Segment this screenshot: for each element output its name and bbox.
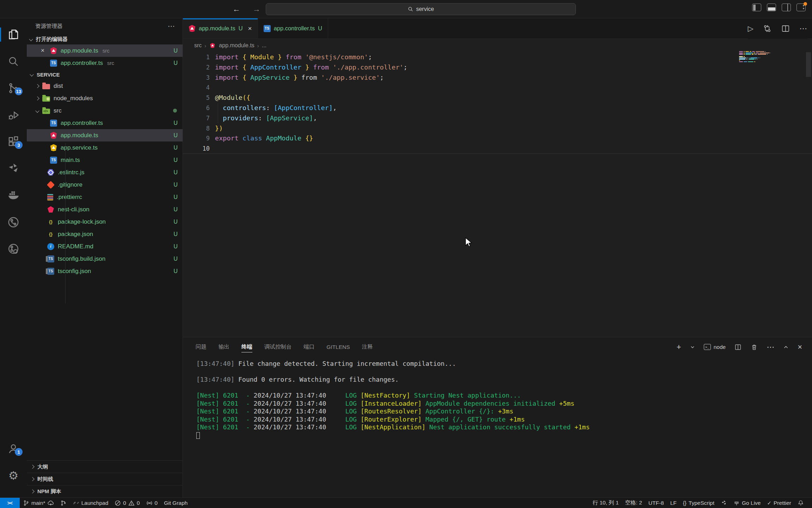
activity-gitlens-icon[interactable] (0, 241, 27, 257)
panel-tab-调试控制台[interactable]: 调试控制台 (264, 337, 292, 357)
status-git-graph[interactable]: Git Graph (161, 498, 191, 508)
forward-icon[interactable]: → (251, 4, 262, 15)
tree-item-app.controller.ts[interactable]: TSapp.controller.tsU (27, 117, 183, 129)
status-eol[interactable]: LF (667, 498, 680, 508)
activity-nestjs-icon[interactable] (0, 161, 27, 176)
customize-layout-icon[interactable] (796, 4, 806, 11)
command-center-search[interactable]: service (266, 3, 576, 15)
code-line-6[interactable]: 6 controllers: [AppController], (183, 103, 812, 113)
toggle-panel-icon[interactable] (767, 4, 776, 11)
tab-app.controller.ts[interactable]: TSapp.controller.tsU (258, 18, 328, 38)
tree-item-README.md[interactable]: iREADME.mdU (27, 240, 183, 253)
tree-item-.eslintrc.js[interactable]: .eslintrc.jsU (27, 166, 183, 179)
tree-item-main.ts[interactable]: TSmain.tsU (27, 154, 183, 166)
activity-git-graph-icon[interactable] (0, 214, 27, 230)
tree-item-package.json[interactable]: {}package.jsonU (27, 228, 183, 240)
panel-tab-输出[interactable]: 输出 (219, 337, 229, 357)
activity-accounts-icon[interactable]: 1 (0, 441, 27, 456)
breadcrumb[interactable]: src›app.module.ts›... (183, 39, 812, 52)
activity-source-control-icon[interactable]: 13 (0, 80, 27, 96)
split-terminal-icon[interactable] (734, 343, 742, 351)
status-branch[interactable]: main* (20, 498, 57, 508)
status-cursor-position[interactable]: 行 10, 列 1 (589, 498, 622, 508)
split-editor-icon[interactable] (781, 24, 790, 33)
new-terminal-icon[interactable]: + (677, 343, 681, 351)
maximize-panel-icon[interactable] (783, 344, 789, 350)
code-line-5[interactable]: 5@Module({ (183, 93, 812, 103)
code-line-3[interactable]: 3import { AppService } from './app.servi… (183, 73, 812, 83)
code-line-4[interactable]: 4 (183, 83, 812, 93)
tree-item-tsconfig.build.json[interactable]: TStsconfig.build.jsonU (27, 253, 183, 265)
tab-app.module.ts[interactable]: app.module.tsU× (183, 18, 258, 38)
tree-item-.prettierrc[interactable]: .prettierrcU (27, 191, 183, 203)
code-line-9[interactable]: 9export class AppModule {} (183, 133, 812, 144)
breadcrumb-item[interactable]: ... (262, 42, 266, 49)
close-panel-icon[interactable]: × (798, 343, 802, 351)
sidebar-section-时间线[interactable]: 时间线 (27, 473, 183, 485)
open-editor-app.controller.ts[interactable]: TSapp.controller.tssrcU (27, 57, 183, 69)
sidebar-section-NPM 脚本[interactable]: NPM 脚本 (27, 485, 183, 497)
status-commit-graph[interactable] (57, 498, 70, 508)
activity-docker-icon[interactable] (0, 188, 27, 203)
activity-search-icon[interactable] (0, 54, 27, 69)
activity-settings-icon[interactable]: ⚙ (0, 468, 27, 483)
status-launchpad[interactable]: Launchpad (70, 498, 112, 508)
compare-changes-icon[interactable] (763, 24, 772, 33)
code-line-10[interactable]: 10 (183, 144, 812, 154)
close-editor-icon[interactable]: × (39, 47, 47, 54)
editor-more-icon[interactable]: ⋯ (799, 25, 807, 32)
activity-extensions-icon[interactable]: 3 (0, 134, 27, 150)
panel-tab-注释[interactable]: 注释 (362, 337, 373, 357)
status-language[interactable]: {}TypeScript (680, 498, 718, 508)
close-tab-icon[interactable]: × (248, 25, 252, 32)
status-problems[interactable]: 00 (111, 498, 143, 508)
run-file-icon[interactable]: ▷ (748, 24, 753, 33)
open-editor-app.module.ts[interactable]: ×app.module.tssrcU (27, 44, 183, 57)
json-file-icon: {} (47, 218, 54, 225)
activity-explorer-icon[interactable] (0, 27, 27, 42)
editor-scrollbar[interactable] (806, 52, 811, 77)
sidebar-section-大纲[interactable]: 大纲 (27, 460, 183, 473)
status-encoding[interactable]: UTF-8 (645, 498, 667, 508)
tree-item-.gitignore[interactable]: .gitignoreU (27, 179, 183, 191)
code-line-7[interactable]: 7 providers: [AppService], (183, 113, 812, 123)
terminal-output[interactable]: [13:47:40] File change detected. Startin… (196, 360, 808, 439)
tree-item-app.module.ts[interactable]: app.module.tsU (27, 129, 183, 141)
status-indentation[interactable]: 空格: 2 (622, 498, 645, 508)
kill-terminal-icon[interactable] (750, 343, 758, 351)
breadcrumb-item[interactable]: src (194, 42, 202, 49)
project-header[interactable]: SERVICE (27, 69, 183, 80)
panel-tab-GITLENS[interactable]: GITLENS (327, 337, 350, 357)
tree-item-tsconfig.json[interactable]: TStsconfig.jsonU (27, 265, 183, 277)
tree-item-app.service.ts[interactable]: app.service.tsU (27, 141, 183, 154)
toggle-secondary-sidebar-icon[interactable] (782, 4, 791, 11)
toggle-sidebar-icon[interactable] (752, 4, 761, 11)
panel-more-icon[interactable]: ⋯ (767, 343, 774, 351)
tree-item-package-lock.json[interactable]: {}package-lock.jsonU (27, 216, 183, 228)
status-prettier[interactable]: ✓Prettier (764, 498, 794, 508)
code-editor[interactable]: 1import { Module } from '@nestjs/common'… (183, 52, 812, 154)
code-line-2[interactable]: 2import { AppController } from './app.co… (183, 62, 812, 73)
code-line-1[interactable]: 1import { Module } from '@nestjs/common'… (183, 52, 812, 62)
tree-item-node_modules[interactable]: node_modules (27, 92, 183, 104)
panel-tab-问题[interactable]: 问题 (196, 337, 207, 357)
status-ports[interactable]: 0 (143, 498, 161, 508)
tree-item-dist[interactable]: dist (27, 80, 183, 92)
terminal-dropdown-icon[interactable] (690, 344, 695, 350)
back-icon[interactable]: ← (231, 4, 242, 15)
terminal-instance[interactable]: >_ node (704, 344, 726, 350)
code-line-8[interactable]: 8}) (183, 123, 812, 134)
panel-tab-终端[interactable]: 终端 (241, 337, 252, 357)
open-editors-header[interactable]: 打开的编辑器 (27, 34, 183, 44)
tree-item-nest-cli.json[interactable]: nest-cli.jsonU (27, 203, 183, 216)
panel-tab-端口[interactable]: 端口 (304, 337, 315, 357)
status-go-live[interactable]: Go Live (730, 498, 764, 508)
status-nest-status[interactable] (718, 498, 730, 508)
tree-item-src[interactable]: src (27, 104, 183, 117)
status-notifications[interactable] (794, 498, 807, 508)
sidebar-more-icon[interactable]: ⋯ (168, 22, 176, 30)
status-remote[interactable]: >< (0, 498, 20, 508)
minimap[interactable] (739, 51, 781, 64)
breadcrumb-item[interactable]: app.module.ts (219, 42, 254, 49)
activity-run-debug-icon[interactable] (0, 107, 27, 123)
